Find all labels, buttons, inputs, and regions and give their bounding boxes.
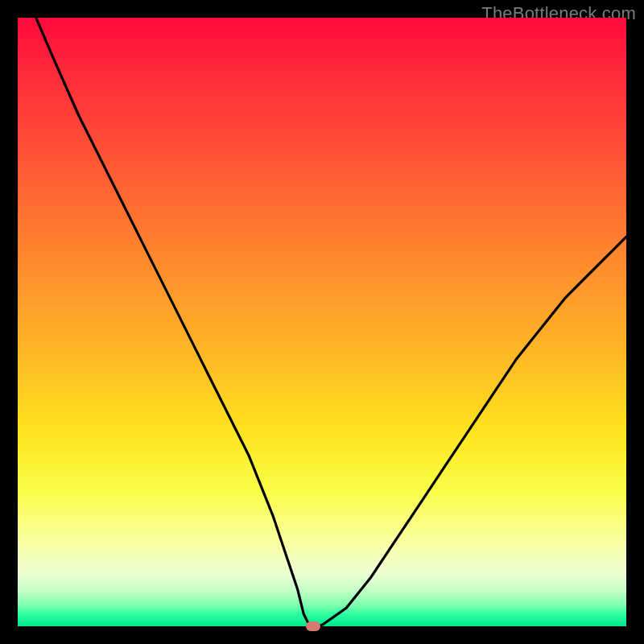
plot-area <box>18 18 626 626</box>
chart-frame: TheBottleneck.com <box>0 0 644 644</box>
optimum-marker <box>306 621 320 631</box>
bottleneck-curve <box>18 18 626 626</box>
curve-path <box>36 18 626 626</box>
